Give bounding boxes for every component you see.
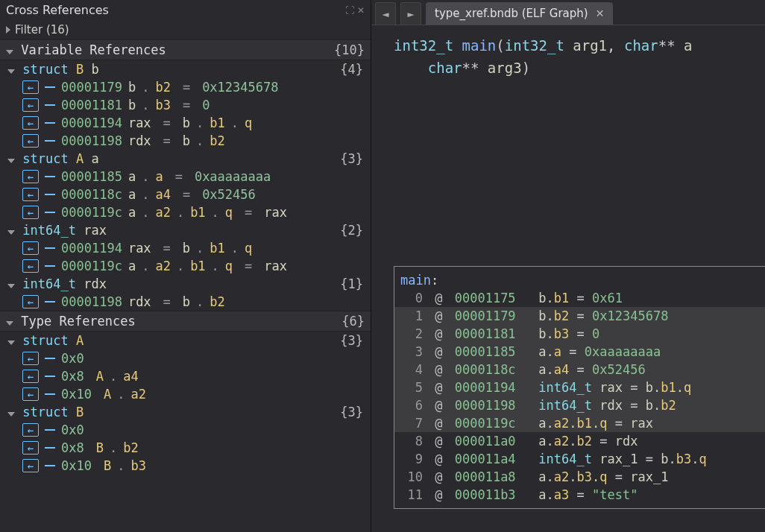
il-label-row[interactable]: main:	[394, 271, 765, 289]
xref-group-header[interactable]: struct B{3}	[0, 403, 371, 421]
code-view-panel: ◄ ► type_xref.bndb (ELF Graph) ✕ int32_t…	[371, 0, 765, 532]
nav-forward-button[interactable]: ►	[400, 2, 421, 25]
incoming-ref-icon	[22, 80, 39, 94]
xref-row[interactable]: 0x0	[0, 421, 371, 439]
tab-label: type_xref.bndb (ELF Graph)	[435, 7, 588, 20]
chevron-right-icon	[6, 26, 10, 34]
incoming-ref-icon	[22, 259, 39, 273]
xref-row[interactable]: 00001181 b.b3 = 0	[0, 96, 371, 114]
il-instruction-row[interactable]: 6 @ 00001198 int64_t rdx = b.b2	[394, 396, 765, 414]
type-references-header[interactable]: Type References {6}	[0, 311, 371, 332]
xref-group-header[interactable]: struct A{3}	[0, 332, 371, 349]
chevron-down-icon	[7, 230, 15, 235]
function-signature-line-1: int32_t main(int32_t arg1, char** a	[394, 34, 765, 57]
variable-references-header[interactable]: Variable References {10}	[0, 39, 371, 60]
xref-group-header[interactable]: int64_t rdx{1}	[0, 275, 371, 293]
il-block: main: 0 @ 00001175 b.b1 = 0x611 @ 000011…	[394, 266, 765, 509]
xref-row[interactable]: 0000119c a.a2.b1.q = rax	[0, 257, 371, 275]
code-area[interactable]: int32_t main(int32_t arg1, char** a char…	[371, 25, 765, 532]
chevron-down-icon	[7, 284, 15, 288]
filter-row[interactable]: Filter (16)	[0, 20, 371, 39]
incoming-ref-icon	[22, 423, 39, 437]
incoming-ref-icon	[22, 370, 39, 383]
il-instruction-row[interactable]: 11 @ 000011b3 a.a3 = "test"	[394, 486, 765, 504]
incoming-ref-icon	[22, 441, 39, 455]
tab-bar: ◄ ► type_xref.bndb (ELF Graph) ✕	[371, 0, 765, 25]
xref-group-header[interactable]: struct B b{4}	[0, 60, 371, 78]
xref-row[interactable]: 0000119c a.a2.b1.q = rax	[0, 203, 371, 221]
incoming-ref-icon	[22, 459, 39, 472]
incoming-ref-icon	[22, 206, 39, 219]
incoming-ref-icon	[22, 98, 39, 112]
xref-row[interactable]: 00001194 rax = b.b1.q	[0, 239, 371, 257]
panel-title-bar: Cross References ⛶ ✕	[0, 0, 371, 20]
function-signature-line-2: char** arg3)	[394, 57, 765, 79]
xref-row[interactable]: 0x8 B.b2	[0, 439, 371, 457]
filter-label: Filter (16)	[15, 23, 69, 37]
incoming-ref-icon	[22, 170, 39, 183]
incoming-ref-icon	[22, 188, 39, 201]
il-instruction-row[interactable]: 5 @ 00001194 int64_t rax = b.b1.q	[394, 379, 765, 396]
il-instruction-row[interactable]: 8 @ 000011a0 a.a2.b2 = rdx	[394, 432, 765, 450]
xref-row[interactable]: 00001198 rdx = b.b2	[0, 293, 371, 311]
chevron-down-icon	[6, 50, 13, 54]
il-instruction-row[interactable]: 4 @ 0000118c a.a4 = 0x52456	[394, 361, 765, 379]
close-icon[interactable]: ✕	[596, 7, 605, 19]
xref-row[interactable]: 0x8 A.a4	[0, 367, 371, 385]
xref-row[interactable]: 00001198 rdx = b.b2	[0, 132, 371, 150]
xref-row[interactable]: 0x10 A.a2	[0, 385, 371, 403]
il-instruction-row[interactable]: 1 @ 00001179 b.b2 = 0x12345678	[394, 307, 765, 325]
chevron-down-icon	[7, 159, 15, 163]
incoming-ref-icon	[22, 116, 39, 130]
il-instruction-row[interactable]: 3 @ 00001185 a.a = 0xaaaaaaaa	[394, 343, 765, 361]
xref-row[interactable]: 00001194 rax = b.b1.q	[0, 114, 371, 132]
incoming-ref-icon	[22, 387, 39, 401]
xref-group-header[interactable]: int64_t rax{2}	[0, 221, 371, 239]
xref-row[interactable]: 0x10 B.b3	[0, 457, 371, 475]
cross-references-panel: Cross References ⛶ ✕ Filter (16) Variabl…	[0, 0, 371, 532]
panel-title: Cross References	[6, 3, 109, 17]
incoming-ref-icon	[22, 241, 39, 255]
il-instruction-row[interactable]: 10 @ 000011a8 a.a2.b3.q = rax_1	[394, 468, 765, 486]
xref-row[interactable]: 0000118c a.a4 = 0x52456	[0, 186, 371, 203]
expand-icon[interactable]: ⛶	[345, 5, 354, 16]
tab-type-xref[interactable]: type_xref.bndb (ELF Graph) ✕	[426, 2, 613, 25]
chevron-down-icon	[7, 341, 15, 345]
incoming-ref-icon	[22, 352, 39, 365]
xref-row[interactable]: 0x0	[0, 349, 371, 367]
il-instruction-row[interactable]: 7 @ 0000119c a.a2.b1.q = rax	[394, 414, 765, 432]
nav-back-button[interactable]: ◄	[375, 2, 396, 25]
il-instruction-row[interactable]: 9 @ 000011a4 int64_t rax_1 = b.b3.q	[394, 450, 765, 468]
il-instruction-row[interactable]: 0 @ 00001175 b.b1 = 0x61	[394, 289, 765, 307]
chevron-down-icon	[7, 69, 15, 74]
xref-row[interactable]: 00001185 a.a = 0xaaaaaaaa	[0, 168, 371, 186]
incoming-ref-icon	[22, 295, 39, 308]
xref-row[interactable]: 00001179 b.b2 = 0x12345678	[0, 78, 371, 96]
incoming-ref-icon	[22, 134, 39, 148]
chevron-down-icon	[7, 412, 15, 417]
chevron-down-icon	[6, 321, 13, 326]
xref-group-header[interactable]: struct A a{3}	[0, 150, 371, 168]
il-instruction-row[interactable]: 2 @ 00001181 b.b3 = 0	[394, 325, 765, 343]
close-panel-icon[interactable]: ✕	[357, 5, 365, 16]
